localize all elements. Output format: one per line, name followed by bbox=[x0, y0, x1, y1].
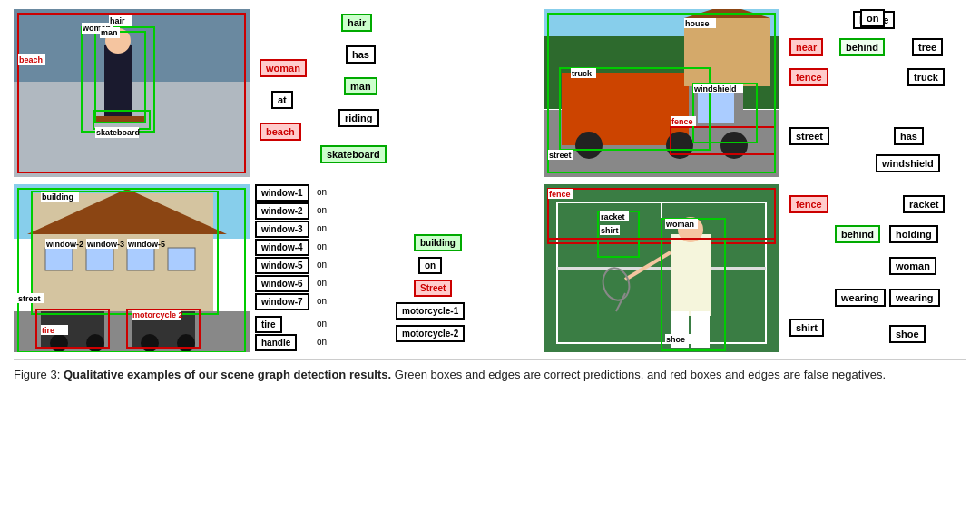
edge-on-8: on bbox=[317, 319, 327, 329]
panel-skate: woman at beach hair has man riding skate… bbox=[14, 9, 536, 177]
node-at: at bbox=[271, 91, 293, 109]
node-has: has bbox=[346, 45, 376, 64]
node-t-near: near bbox=[789, 38, 823, 56]
node-skateboard: skateboard bbox=[320, 145, 387, 163]
image-tennis bbox=[544, 184, 779, 352]
edge-on-2: on bbox=[317, 205, 327, 215]
caption-rest: Green boxes and edges are correct predic… bbox=[395, 368, 886, 381]
caption-bold-text: Qualitative examples of our scene graph … bbox=[64, 368, 391, 381]
node-m-w3: window-3 bbox=[255, 221, 309, 238]
node-m-building: building bbox=[414, 234, 462, 251]
node-m-tire: tire bbox=[255, 316, 282, 333]
node-tn-shirt: shirt bbox=[789, 319, 824, 337]
node-t-behind: behind bbox=[839, 38, 885, 56]
node-tn-racket: racket bbox=[903, 195, 945, 213]
node-tn-wearing2: wearing bbox=[889, 289, 940, 307]
node-t-truck: truck bbox=[907, 68, 945, 86]
node-tn-holding: holding bbox=[889, 225, 938, 243]
node-m-w5: window-5 bbox=[255, 257, 309, 274]
node-man: man bbox=[344, 77, 377, 95]
node-t-fence: fence bbox=[789, 68, 828, 86]
node-m-street: Street bbox=[414, 280, 452, 297]
node-m-moto2: motorcycle-2 bbox=[396, 325, 465, 342]
edge-on-3: on bbox=[317, 223, 327, 233]
edge-on-1: on bbox=[317, 187, 327, 197]
edge-on-9: on bbox=[317, 337, 327, 347]
node-m-w2: window-2 bbox=[255, 202, 309, 220]
node-m-on: on bbox=[418, 257, 442, 274]
graph-truck: house behind near tree fence truck on ha… bbox=[785, 9, 966, 177]
main-container: woman at beach hair has man riding skate… bbox=[0, 0, 980, 391]
node-m-w7: window-7 bbox=[255, 293, 309, 310]
graph-tennis: fence racket behind holding woman wearin… bbox=[785, 184, 966, 352]
node-t-street: street bbox=[789, 127, 829, 145]
edge-on-5: on bbox=[317, 260, 327, 270]
node-t-windshield: windshield bbox=[876, 154, 940, 172]
graph-skate: woman at beach hair has man riding skate… bbox=[255, 9, 536, 177]
edge-on-4: on bbox=[317, 241, 327, 251]
node-m-w6: window-6 bbox=[255, 275, 309, 292]
node-t-on: on bbox=[860, 9, 885, 27]
node-m-handle: handle bbox=[255, 334, 297, 351]
images-grid: woman at beach hair has man riding skate… bbox=[14, 9, 966, 352]
figure-number: Figure 3: bbox=[14, 368, 60, 381]
panel-truck: house behind near tree fence truck on ha… bbox=[544, 9, 966, 177]
node-m-moto1: motorcycle-1 bbox=[396, 302, 465, 320]
node-m-w1: window-1 bbox=[255, 184, 309, 202]
image-truck bbox=[544, 9, 779, 177]
node-tn-fence: fence bbox=[789, 195, 828, 213]
graph-motorcycle: window-1 window-2 window-3 window-4 wind… bbox=[255, 184, 536, 352]
node-tn-wearing1: wearing bbox=[835, 289, 886, 307]
node-riding: riding bbox=[338, 109, 379, 127]
node-tn-woman: woman bbox=[889, 257, 936, 275]
node-tn-shoe: shoe bbox=[889, 325, 926, 343]
image-motorcycle bbox=[14, 184, 250, 352]
node-m-w4: window-4 bbox=[255, 239, 309, 256]
image-skate bbox=[14, 9, 250, 177]
node-tn-behind: behind bbox=[835, 225, 880, 243]
panel-motorcycle: window-1 window-2 window-3 window-4 wind… bbox=[14, 184, 536, 352]
panel-tennis: fence racket behind holding woman wearin… bbox=[544, 184, 966, 352]
edge-on-7: on bbox=[317, 296, 327, 306]
node-woman: woman bbox=[260, 59, 307, 77]
node-t-tree: tree bbox=[912, 38, 943, 56]
figure-caption: Figure 3: Qualitative examples of our sc… bbox=[14, 359, 966, 384]
node-beach: beach bbox=[260, 123, 301, 141]
node-hair: hair bbox=[341, 14, 372, 32]
edge-on-6: on bbox=[317, 278, 327, 288]
node-t-has: has bbox=[894, 127, 924, 145]
